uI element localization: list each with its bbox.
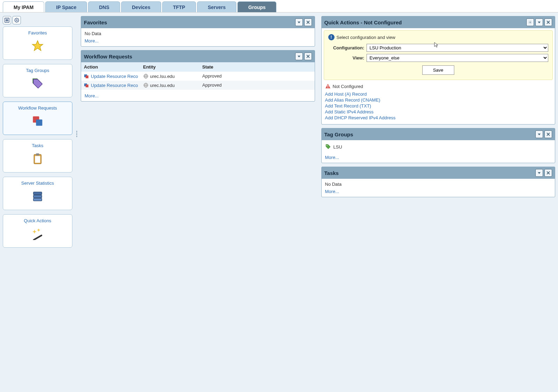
tab-groups[interactable]: Groups xyxy=(237,1,276,12)
close-button[interactable] xyxy=(544,18,552,26)
state-cell: Approved xyxy=(202,82,312,88)
svg-rect-39 xyxy=(328,87,328,88)
sidebar-item-label: Server Statistics xyxy=(5,181,70,186)
add-host-a-record-link[interactable]: Add Host (A) Record xyxy=(325,91,552,97)
svg-rect-29 xyxy=(86,85,88,87)
svg-rect-9 xyxy=(35,156,40,163)
quick-action-links: Add Host (A) Record Add Alias Record (CN… xyxy=(322,90,555,124)
svg-rect-24 xyxy=(86,75,88,78)
col-entity: Entity xyxy=(143,64,202,70)
add-dhcp-reserved-ipv4-link[interactable]: Add DHCP Reserved IPv4 Address xyxy=(325,115,552,121)
svg-marker-16 xyxy=(37,229,40,232)
svg-rect-10 xyxy=(36,153,39,155)
configuration-select[interactable]: LSU Production xyxy=(367,44,549,52)
no-data-text: No Data xyxy=(85,31,311,36)
tab-servers[interactable]: Servers xyxy=(197,1,236,12)
workflow-icon xyxy=(31,115,44,128)
tags-icon xyxy=(31,77,44,91)
no-data-text: No Data xyxy=(325,182,552,187)
quick-actions-config-box: ! Select configuration and view Configur… xyxy=(324,30,553,80)
tasks-panel: Tasks No Data More... xyxy=(321,167,556,197)
tag-label: LSU xyxy=(333,144,342,150)
sidebar-item-favorites[interactable]: Favorites xyxy=(3,26,72,60)
panel-title: Tasks xyxy=(324,170,339,176)
sidebar-item-tag-groups[interactable]: Tag Groups xyxy=(3,64,72,97)
svg-rect-7 xyxy=(36,120,42,126)
panel-title: Quick Actions - Not Configured xyxy=(324,19,402,25)
sidebar-item-label: Workflow Requests xyxy=(5,105,70,111)
workflow-row[interactable]: Update Resource Reco urec.lsu.edu Approv… xyxy=(81,81,315,90)
collapse-button[interactable] xyxy=(295,18,303,26)
tag-icon xyxy=(325,144,331,150)
svg-marker-44 xyxy=(538,172,541,174)
svg-point-43 xyxy=(327,145,327,146)
entity-cell: urec.lsu.edu xyxy=(150,74,175,79)
workflow-table-header: Action Entity State xyxy=(81,62,315,72)
collapse-button[interactable] xyxy=(535,169,543,177)
svg-rect-13 xyxy=(33,198,42,201)
more-link[interactable]: More... xyxy=(85,38,99,43)
workflow-requests-panel: Workflow Requests Action Entity State xyxy=(81,50,315,102)
add-alias-record-cname-link[interactable]: Add Alias Record (CNAME) xyxy=(325,97,552,103)
splitter-handle[interactable] xyxy=(75,16,78,252)
view-select[interactable]: Everyone_else xyxy=(367,54,549,62)
close-button[interactable] xyxy=(544,130,552,138)
tab-dns[interactable]: DNS xyxy=(88,1,120,12)
save-button[interactable]: Save xyxy=(422,65,454,75)
svg-rect-12 xyxy=(33,195,42,198)
clipboard-icon xyxy=(31,152,44,166)
tab-devices[interactable]: Devices xyxy=(121,1,161,12)
svg-marker-20 xyxy=(298,56,300,57)
svg-rect-14 xyxy=(33,234,42,240)
settings-button[interactable] xyxy=(13,16,21,24)
more-link[interactable]: More... xyxy=(325,155,339,160)
action-cell: Update Resource Reco xyxy=(91,74,138,79)
close-button[interactable] xyxy=(304,18,312,26)
entity-cell: urec.lsu.edu xyxy=(150,83,175,88)
add-widget-button[interactable] xyxy=(3,16,11,24)
favorites-panel: Favorites No Data More... xyxy=(81,16,315,47)
sidebar-item-tasks[interactable]: Tasks xyxy=(3,139,72,173)
sidebar-item-server-statistics[interactable]: Server Statistics xyxy=(3,177,72,210)
tab-tftp[interactable]: TFTP xyxy=(162,1,196,12)
tag-groups-panel: Tag Groups LSU More... xyxy=(321,128,556,163)
add-text-record-txt-link[interactable]: Add Text Record (TXT) xyxy=(325,103,552,109)
tag-item[interactable]: LSU xyxy=(325,143,552,153)
panel-title: Favorites xyxy=(84,19,107,25)
tab-my-ipam[interactable]: My IPAM xyxy=(3,1,44,12)
collapse-button[interactable] xyxy=(295,53,303,60)
svg-marker-15 xyxy=(32,230,37,234)
info-text: Select configuration and view xyxy=(337,35,395,40)
sidebar-item-quick-actions[interactable]: Quick Actions xyxy=(3,214,72,248)
svg-marker-40 xyxy=(538,134,541,135)
action-cell: Update Resource Reco xyxy=(91,83,138,88)
close-button[interactable] xyxy=(544,169,552,177)
configuration-label: Configuration: xyxy=(328,45,367,50)
server-icon xyxy=(31,190,44,203)
state-cell: Approved xyxy=(202,73,312,79)
more-link[interactable]: More... xyxy=(325,189,339,194)
svg-point-3 xyxy=(16,19,17,21)
svg-marker-34 xyxy=(538,22,541,23)
svg-point-33 xyxy=(530,22,531,23)
sidebar-item-label: Tag Groups xyxy=(5,68,70,73)
collapse-button[interactable] xyxy=(535,130,543,138)
add-static-ipv4-link[interactable]: Add Static IPv4 Address xyxy=(325,109,552,115)
tab-ip-space[interactable]: IP Space xyxy=(45,1,87,12)
record-icon xyxy=(84,82,89,88)
panel-title: Workflow Requests xyxy=(84,54,132,59)
collapse-button[interactable] xyxy=(535,18,543,26)
record-icon xyxy=(84,73,89,79)
svg-rect-38 xyxy=(328,85,328,87)
col-state: State xyxy=(202,64,312,70)
info-icon: ! xyxy=(328,34,335,40)
more-link[interactable]: More... xyxy=(85,93,99,98)
sidebar-item-workflow-requests[interactable]: Workflow Requests xyxy=(3,102,72,135)
workflow-row[interactable]: Update Resource Reco urec.lsu.edu Approv… xyxy=(81,72,315,81)
panel-settings-button[interactable] xyxy=(526,18,534,26)
sidebar-item-label: Quick Actions xyxy=(5,218,70,223)
svg-rect-11 xyxy=(33,192,42,195)
close-button[interactable] xyxy=(304,53,312,60)
sidebar-item-label: Favorites xyxy=(5,30,70,35)
svg-marker-4 xyxy=(32,41,43,51)
